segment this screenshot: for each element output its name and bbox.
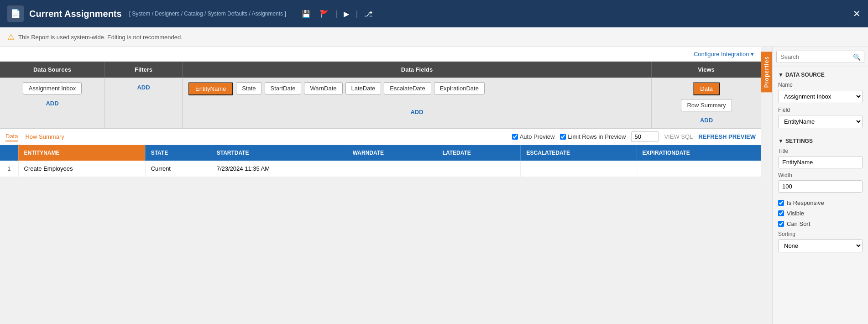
cell-warndate — [347, 161, 437, 177]
cell-latedate — [437, 161, 521, 177]
right-panel-wrapper: Properties 🔍 ▼ DATA SOURCE Name Assignme… — [761, 47, 868, 324]
col-header-views: Views — [652, 62, 761, 78]
visible-label: Visible — [787, 210, 804, 217]
title-field-label: Title — [778, 148, 863, 154]
close-button[interactable]: ✕ — [853, 8, 861, 19]
view-data[interactable]: Data — [693, 82, 720, 95]
search-icon: 🔍 — [853, 53, 861, 61]
configure-integration-link[interactable]: Configure Integration ▾ — [694, 51, 754, 57]
field-expirationdate[interactable]: ExpirationDate — [434, 82, 485, 94]
col-state[interactable]: STATE — [145, 145, 211, 161]
can-sort-label: Can Sort — [787, 220, 810, 227]
breadcrumb: [ System / Designers / Catalog / System … — [129, 10, 286, 17]
is-responsive-label: Is Responsive — [787, 199, 824, 206]
tabs-bar: Data Row Summary Auto Preview Limit Rows… — [0, 129, 761, 145]
data-table-container: ENTITYNAME STATE STARTDATE WARNDATE LATE… — [0, 145, 761, 324]
field-entityname[interactable]: EntityName — [188, 82, 233, 95]
data-source-section-title: ▼ DATA SOURCE — [778, 72, 863, 78]
field-latedate[interactable]: LateDate — [345, 82, 382, 94]
main-layout: Configure Integration ▾ Data Sources Fil… — [0, 47, 868, 324]
title-input[interactable] — [778, 156, 863, 168]
is-responsive-checkbox[interactable] — [778, 200, 784, 206]
toolbar-actions: 💾 🚩 | ▶ | ⎇ — [299, 8, 375, 20]
table-row: 1 Create Employees Current 7/23/2024 11:… — [0, 161, 761, 177]
properties-tab[interactable]: Properties — [761, 52, 772, 92]
field-warndate[interactable]: WarnDate — [304, 82, 342, 94]
field-label: Field — [778, 107, 863, 113]
config-bar: Configure Integration ▾ — [0, 47, 761, 62]
tab-data[interactable]: Data — [5, 132, 18, 141]
app-icon: 📄 — [7, 5, 24, 22]
sorting-field-label: Sorting — [778, 231, 863, 237]
designer-grid: Data Sources Filters Data Fields Views A… — [0, 62, 761, 129]
col-startdate[interactable]: STARTDATE — [211, 145, 347, 161]
warning-bar: ⚠ This Report is used system-wide. Editi… — [0, 27, 868, 47]
view-sql-button[interactable]: VIEW SQL — [664, 133, 693, 140]
views-add[interactable]: ADD — [700, 117, 713, 124]
row-num: 1 — [0, 161, 18, 177]
col-expirationdate[interactable]: EXPIRATIONDATE — [637, 145, 761, 161]
filters-cell: ADD — [105, 78, 183, 128]
can-sort-checkbox[interactable] — [778, 221, 784, 227]
col-num — [0, 145, 18, 161]
field-state[interactable]: State — [236, 82, 261, 94]
name-field-label: Name — [778, 82, 863, 88]
cell-startdate: 7/23/2024 11:35 AM — [211, 161, 347, 177]
data-fields-cell: EntityName State StartDate WarnDate Late… — [183, 78, 652, 128]
cell-escalatedate — [521, 161, 637, 177]
data-source-chevron: ▼ — [778, 72, 784, 78]
col-warndate[interactable]: WARNDATE — [347, 145, 437, 161]
filters-add[interactable]: ADD — [137, 84, 150, 91]
settings-chevron: ▼ — [778, 138, 784, 144]
warning-icon: ⚠ — [7, 32, 15, 42]
preview-controls: Auto Preview Limit Rows in Preview VIEW … — [512, 131, 756, 142]
refresh-preview-button[interactable]: REFRESH PREVIEW — [698, 133, 756, 140]
flag-button[interactable]: 🚩 — [317, 8, 332, 20]
col-header-data-sources: Data Sources — [0, 62, 105, 78]
panel-search-area: 🔍 — [773, 47, 868, 67]
data-sources-add[interactable]: ADD — [46, 100, 58, 107]
visible-row: Visible — [778, 210, 863, 217]
limit-rows-input[interactable] — [631, 131, 659, 142]
assignment-inbox-tag[interactable]: Assignment Inbox — [23, 82, 82, 94]
data-sources-cell: Assignment Inbox ADD — [0, 78, 105, 128]
col-header-data-fields: Data Fields — [183, 62, 652, 78]
content-area: Configure Integration ▾ Data Sources Fil… — [0, 47, 761, 324]
col-entityname[interactable]: ENTITYNAME — [18, 145, 145, 161]
name-select[interactable]: Assignment Inbox — [778, 90, 863, 103]
data-fields-add[interactable]: ADD — [410, 109, 423, 115]
views-cell: Data Row Summary ADD — [652, 78, 761, 128]
visible-checkbox[interactable] — [778, 210, 784, 216]
can-sort-row: Can Sort — [778, 220, 863, 227]
width-field-label: Width — [778, 172, 863, 178]
top-bar: 📄 Current Assignments [ System / Designe… — [0, 0, 868, 27]
width-input[interactable] — [778, 180, 863, 193]
is-responsive-row: Is Responsive — [778, 199, 863, 206]
warning-message: This Report is used system-wide. Editing… — [18, 34, 183, 41]
play-button[interactable]: ▶ — [341, 8, 352, 20]
col-latedate[interactable]: LATEDATE — [437, 145, 521, 161]
save-button[interactable]: 💾 — [299, 8, 314, 20]
tab-row-summary[interactable]: Row Summary — [25, 132, 64, 141]
panel-search-input[interactable] — [776, 51, 864, 63]
share-button[interactable]: ⎇ — [361, 8, 375, 20]
col-header-filters: Filters — [105, 62, 183, 78]
auto-preview-checkbox[interactable] — [512, 134, 518, 140]
limit-rows-checkbox[interactable] — [560, 134, 566, 140]
table-header-row: ENTITYNAME STATE STARTDATE WARNDATE LATE… — [0, 145, 761, 161]
cell-expirationdate — [637, 161, 761, 177]
col-escalatedate[interactable]: ESCALATEDATE — [521, 145, 637, 161]
right-panel: 🔍 ▼ DATA SOURCE Name Assignment Inbox Fi… — [772, 47, 868, 324]
data-source-section: ▼ DATA SOURCE Name Assignment Inbox Fiel… — [773, 67, 868, 133]
field-startdate[interactable]: StartDate — [265, 82, 302, 94]
data-table: ENTITYNAME STATE STARTDATE WARNDATE LATE… — [0, 145, 761, 177]
sorting-select[interactable]: None Ascending Descending — [778, 239, 863, 252]
settings-section-title: ▼ SETTINGS — [778, 138, 863, 144]
view-row-summary[interactable]: Row Summary — [681, 99, 732, 111]
page-title: Current Assignments — [29, 9, 122, 19]
field-escalatedate[interactable]: EscalateDate — [384, 82, 431, 94]
field-select[interactable]: EntityName — [778, 115, 863, 128]
settings-section: ▼ SETTINGS Title Width Is Responsive Vis… — [773, 133, 868, 257]
cell-entityname: Create Employees — [18, 161, 145, 177]
limit-rows-label: Limit Rows in Preview — [560, 133, 626, 140]
